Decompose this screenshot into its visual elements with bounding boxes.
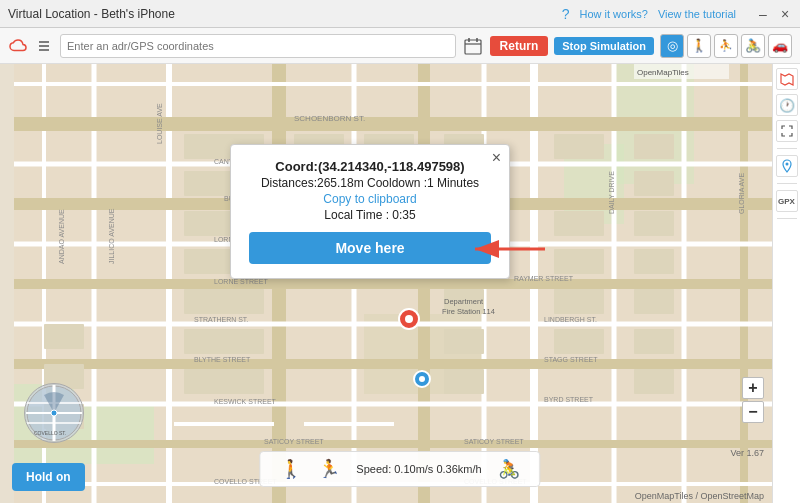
- cloud-icon[interactable]: [8, 36, 28, 56]
- bike-mode-btn[interactable]: 🚴: [741, 34, 765, 58]
- zoom-controls: + −: [742, 377, 764, 423]
- svg-point-96: [405, 315, 413, 323]
- svg-text:STAGG STREET: STAGG STREET: [544, 356, 598, 363]
- location-mode-btn[interactable]: ◎: [660, 34, 684, 58]
- popup-close-button[interactable]: ×: [492, 149, 501, 167]
- svg-text:COVELLO ST.: COVELLO ST.: [34, 430, 66, 436]
- svg-text:LINDBERGH ST.: LINDBERGH ST.: [544, 316, 597, 323]
- right-sidebar: 🕐 GPX: [772, 64, 800, 503]
- svg-rect-63: [184, 369, 264, 394]
- popup-local-time: Local Time : 0:35: [249, 208, 491, 222]
- svg-text:DAILY DRIVE: DAILY DRIVE: [608, 171, 615, 214]
- location-popup: × Coord:(34.214340,-118.497598) Distance…: [230, 144, 510, 279]
- svg-text:STRATHERN ST.: STRATHERN ST.: [194, 316, 248, 323]
- svg-rect-77: [554, 211, 604, 236]
- titlebar: Virtual Location - Beth's iPhone ? How i…: [0, 0, 800, 28]
- run-speed-icon: 🏃: [318, 458, 340, 480]
- svg-text:Fire Station 114: Fire Station 114: [442, 307, 495, 316]
- svg-rect-80: [554, 329, 604, 354]
- toolbar: Return Stop Simulation ◎ 🚶 ⛹ 🚴 🚗: [0, 28, 800, 64]
- popup-coordinates: Coord:(34.214340,-118.497598): [249, 159, 491, 174]
- window-controls: – ×: [756, 7, 792, 21]
- svg-text:LORNE STREET: LORNE STREET: [214, 278, 268, 285]
- bike-speed-icon: 🚴: [498, 458, 520, 480]
- clock-icon-btn[interactable]: 🕐: [776, 94, 798, 116]
- popup-distances: Distances:265.18m Cooldown :1 Minutes: [249, 176, 491, 190]
- svg-point-98: [419, 376, 425, 382]
- map-mode-controls: ◎ 🚶 ⛹ 🚴 🚗: [660, 34, 792, 58]
- speed-bar: 🚶 🏃 Speed: 0.10m/s 0.36km/h 🚴: [259, 451, 540, 487]
- svg-rect-81: [634, 134, 674, 159]
- svg-text:LOUISE AVE: LOUISE AVE: [156, 103, 163, 144]
- svg-rect-82: [634, 171, 674, 196]
- svg-text:GLORIA AVE: GLORIA AVE: [738, 173, 745, 214]
- walk-mode-btn[interactable]: 🚶: [687, 34, 711, 58]
- copy-to-clipboard-button[interactable]: Copy to clipboard: [249, 192, 491, 206]
- map-icon-btn[interactable]: [776, 68, 798, 90]
- how-it-works-link[interactable]: How it works?: [579, 8, 647, 20]
- main-area: SCHOENBORN ST. BURTON STREET CANTARA STR…: [0, 64, 800, 503]
- svg-rect-84: [634, 249, 674, 274]
- svg-rect-85: [634, 289, 674, 314]
- view-tutorial-link[interactable]: View the tutorial: [658, 8, 736, 20]
- calendar-icon[interactable]: [462, 35, 484, 57]
- svg-text:JILLICO AVENUE: JILLICO AVENUE: [108, 208, 115, 264]
- speed-label: Speed: 0.10m/s 0.36km/h: [356, 463, 481, 475]
- svg-text:BLYTHE STREET: BLYTHE STREET: [194, 356, 251, 363]
- move-here-button[interactable]: Move here: [249, 232, 491, 264]
- return-button[interactable]: Return: [490, 36, 549, 56]
- svg-rect-76: [554, 134, 604, 159]
- svg-text:RAYMER STREET: RAYMER STREET: [514, 275, 574, 282]
- sidebar-divider3: [777, 218, 797, 219]
- svg-text:SATICOY STREET: SATICOY STREET: [264, 438, 324, 445]
- svg-rect-87: [634, 369, 674, 394]
- version-label: Ver 1.67: [730, 448, 764, 458]
- svg-rect-88: [44, 324, 84, 349]
- svg-rect-61: [184, 289, 264, 314]
- svg-rect-62: [184, 329, 264, 354]
- zoom-out-button[interactable]: −: [742, 401, 764, 423]
- svg-text:Department: Department: [444, 297, 484, 306]
- svg-rect-74: [444, 329, 484, 354]
- location-pin-red: [399, 309, 419, 329]
- pin-icon-btn[interactable]: [776, 155, 798, 177]
- close-button[interactable]: ×: [778, 7, 792, 21]
- minimap-compass: COVELLO ST.: [24, 383, 84, 443]
- svg-rect-3: [465, 40, 481, 54]
- svg-rect-75: [444, 369, 484, 394]
- svg-rect-86: [634, 329, 674, 354]
- minimize-button[interactable]: –: [756, 7, 770, 21]
- gpx-btn[interactable]: GPX: [776, 190, 798, 212]
- svg-text:KESWICK STREET: KESWICK STREET: [214, 398, 277, 405]
- titlebar-left: Virtual Location - Beth's iPhone: [8, 7, 175, 21]
- titlebar-right: ? How it works? View the tutorial – ×: [562, 6, 792, 22]
- location-pin-blue: [414, 371, 430, 387]
- svg-point-103: [785, 163, 788, 166]
- question-icon: ?: [562, 6, 570, 22]
- svg-text:SCHOENBORN ST.: SCHOENBORN ST.: [294, 114, 365, 123]
- car-mode-btn[interactable]: 🚗: [768, 34, 792, 58]
- svg-rect-83: [634, 211, 674, 236]
- sidebar-divider2: [777, 183, 797, 184]
- svg-text:BYRD STREET: BYRD STREET: [544, 396, 594, 403]
- zoom-in-button[interactable]: +: [742, 377, 764, 399]
- svg-rect-78: [554, 249, 604, 274]
- svg-text:OpenMapTiles: OpenMapTiles: [637, 68, 689, 77]
- gps-input[interactable]: [60, 34, 456, 58]
- map-attribution: OpenMapTiles / OpenStreetMap: [635, 491, 764, 501]
- svg-text:ANDAO AVENUE: ANDAO AVENUE: [58, 209, 65, 264]
- list-icon[interactable]: [34, 36, 54, 56]
- hold-on-button[interactable]: Hold on: [12, 463, 85, 491]
- walk-speed-icon: 🚶: [280, 458, 302, 480]
- svg-rect-79: [554, 289, 604, 314]
- app-title: Virtual Location - Beth's iPhone: [8, 7, 175, 21]
- map-background[interactable]: SCHOENBORN ST. BURTON STREET CANTARA STR…: [0, 64, 800, 503]
- svg-text:SATICOY STREET: SATICOY STREET: [464, 438, 524, 445]
- svg-rect-9: [74, 404, 154, 464]
- svg-point-109: [51, 410, 57, 416]
- stop-simulation-button[interactable]: Stop Simulation: [554, 37, 654, 55]
- expand-icon-btn[interactable]: [776, 120, 798, 142]
- jump-mode-btn[interactable]: ⛹: [714, 34, 738, 58]
- sidebar-divider: [777, 148, 797, 149]
